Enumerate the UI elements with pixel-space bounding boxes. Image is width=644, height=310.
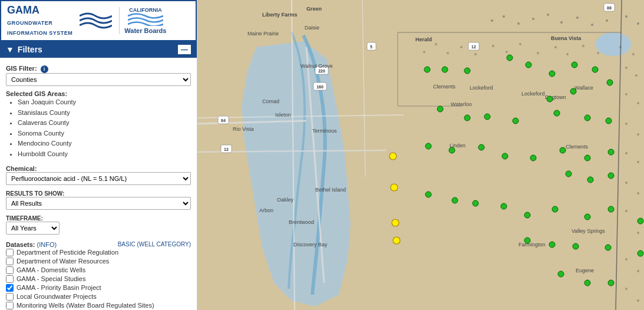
chemical-select[interactable]: Perfluorooctanoic acid - (NL = 5.1 NG/L) bbox=[6, 172, 191, 185]
svg-text:Discovery Bay: Discovery Bay bbox=[293, 242, 328, 248]
svg-text:Liberty Farms: Liberty Farms bbox=[262, 12, 298, 18]
svg-text:Waterloo: Waterloo bbox=[451, 101, 472, 107]
svg-point-84 bbox=[625, 123, 628, 125]
svg-point-61 bbox=[591, 24, 593, 26]
svg-point-94 bbox=[625, 288, 628, 290]
map-dot-green bbox=[524, 212, 530, 218]
svg-point-81 bbox=[635, 74, 638, 77]
dataset-label-local-gw: Local Groundwater Projects bbox=[16, 293, 97, 300]
svg-point-68 bbox=[460, 46, 463, 48]
dataset-checkbox-pesticide[interactable] bbox=[6, 249, 14, 256]
map-dot-green bbox=[501, 203, 507, 209]
filters-title: Filters bbox=[18, 45, 42, 54]
minimize-button[interactable]: — bbox=[178, 45, 191, 54]
svg-text:5: 5 bbox=[370, 45, 372, 49]
map-dot-green bbox=[608, 173, 614, 179]
svg-point-71 bbox=[506, 51, 508, 53]
svg-text:Lockeford: Lockeford bbox=[521, 91, 545, 97]
svg-text:Maine Prairie: Maine Prairie bbox=[247, 31, 279, 37]
svg-point-77 bbox=[597, 52, 599, 54]
svg-point-82 bbox=[625, 93, 628, 95]
timeframe-filter-group: TIMEFRAME: All YearsLast YearLast 5 Year… bbox=[6, 213, 191, 235]
gis-area-item: Calaveras County bbox=[18, 118, 191, 128]
dataset-item-local-gw: Local Groundwater Projects bbox=[6, 292, 191, 301]
gama-title: GAMA GROUNDWATER INFORMATION SYSTEM bbox=[7, 4, 72, 37]
svg-point-58 bbox=[547, 14, 549, 16]
map-dot-green bbox=[442, 67, 448, 72]
map-area[interactable]: 84 160 220 12 5 88 12 Liberty Farms Gree… bbox=[197, 0, 644, 310]
map-dot-green bbox=[558, 271, 564, 277]
svg-text:Arbon: Arbon bbox=[259, 207, 273, 213]
map-dot-yellow bbox=[392, 219, 399, 226]
svg-point-92 bbox=[625, 258, 628, 260]
dataset-checkbox-special-studies[interactable] bbox=[6, 275, 14, 283]
map-dot-green bbox=[608, 149, 614, 155]
map-dot-green bbox=[524, 238, 530, 243]
svg-text:Herald: Herald bbox=[415, 37, 432, 42]
dataset-label-domestic-wells: GAMA - Domestic Wells bbox=[16, 266, 85, 273]
svg-text:Brentwood: Brentwood bbox=[289, 219, 314, 225]
svg-text:Lockeford: Lockeford bbox=[470, 85, 493, 91]
svg-point-67 bbox=[447, 52, 449, 54]
svg-point-73 bbox=[537, 52, 539, 54]
map-svg: 84 160 220 12 5 88 12 Liberty Farms Gree… bbox=[197, 0, 644, 310]
gis-area-item: San Joaquin County bbox=[18, 97, 191, 108]
dataset-checkbox-water-resources[interactable] bbox=[6, 258, 14, 265]
logo-area: GAMA GROUNDWATER INFORMATION SYSTEM CALI… bbox=[0, 0, 197, 41]
filter-content: GIS Filter: i CountiesWatershedsGroundwa… bbox=[0, 58, 197, 310]
map-dot-green bbox=[513, 118, 518, 124]
svg-point-76 bbox=[582, 45, 584, 47]
selected-gis-areas: Selected GIS Areas: San Joaquin County S… bbox=[6, 89, 191, 160]
map-dot-green bbox=[584, 214, 590, 220]
svg-text:Oakley: Oakley bbox=[277, 197, 294, 203]
datasets-info-link[interactable]: (INFO) bbox=[37, 241, 57, 248]
svg-point-78 bbox=[619, 46, 622, 48]
map-dot-green bbox=[507, 55, 513, 61]
timeframe-select[interactable]: All YearsLast YearLast 5 Years bbox=[6, 222, 60, 235]
map-dot-green bbox=[608, 206, 614, 212]
map-dot-green bbox=[570, 88, 576, 94]
water-boards-logo: CALIFORNIA Water Boards bbox=[119, 7, 166, 34]
svg-text:Valley Springs: Valley Springs bbox=[572, 228, 605, 234]
dataset-checkbox-priority-basin[interactable] bbox=[6, 284, 14, 292]
map-dot-green bbox=[452, 197, 458, 203]
svg-text:Clements: Clements bbox=[433, 84, 456, 90]
gis-filter-select[interactable]: CountiesWatershedsGroundwater Basins bbox=[6, 73, 191, 86]
map-dot-green bbox=[592, 67, 598, 72]
map-dot-green bbox=[638, 218, 643, 224]
datasets-label-group: Datasets: (INFO) bbox=[6, 241, 57, 248]
svg-point-86 bbox=[625, 152, 628, 154]
results-select[interactable]: All ResultsDetections OnlyNon-Detections… bbox=[6, 197, 191, 210]
svg-point-72 bbox=[519, 43, 521, 45]
map-dot-green bbox=[478, 144, 484, 150]
sidebar: GAMA GROUNDWATER INFORMATION SYSTEM CALI… bbox=[0, 0, 197, 310]
svg-point-66 bbox=[435, 43, 437, 45]
gis-filter-label: GIS Filter: i bbox=[6, 65, 191, 73]
dataset-checkbox-local-gw[interactable] bbox=[6, 293, 14, 301]
results-filter-group: RESULTS TO SHOW: All ResultsDetections O… bbox=[6, 188, 191, 210]
map-dot-yellow bbox=[393, 237, 400, 244]
map-dot-green bbox=[547, 96, 553, 102]
wb-wave-decoration bbox=[128, 13, 163, 27]
svg-point-91 bbox=[637, 232, 639, 234]
dataset-checkbox-domestic-wells[interactable] bbox=[6, 266, 14, 274]
map-dot-green bbox=[605, 245, 611, 250]
dataset-checkbox-monitoring-wells[interactable] bbox=[6, 302, 14, 309]
svg-point-85 bbox=[637, 133, 639, 136]
svg-point-62 bbox=[606, 19, 608, 22]
gis-area-item: Humboldt County bbox=[18, 149, 191, 160]
svg-point-65 bbox=[423, 51, 425, 53]
map-dot-green bbox=[502, 153, 508, 159]
gis-areas-list: San Joaquin County Stanislaus County Cal… bbox=[6, 97, 191, 160]
gama-logo: GAMA GROUNDWATER INFORMATION SYSTEM bbox=[7, 4, 72, 37]
map-dot-green bbox=[572, 62, 577, 68]
gis-filter-info-icon[interactable]: i bbox=[41, 65, 48, 73]
svg-point-60 bbox=[576, 17, 579, 19]
datasets-basic-link[interactable]: BASIC (WELL CATEGORY) bbox=[118, 241, 191, 248]
svg-text:Buena Vista: Buena Vista bbox=[551, 35, 582, 41]
svg-text:Wallace: Wallace bbox=[574, 85, 593, 91]
map-dot-green bbox=[606, 118, 612, 124]
map-dot-green bbox=[566, 171, 572, 177]
map-dot-green bbox=[549, 242, 555, 248]
timeframe-label: TIMEFRAME: bbox=[6, 215, 191, 222]
